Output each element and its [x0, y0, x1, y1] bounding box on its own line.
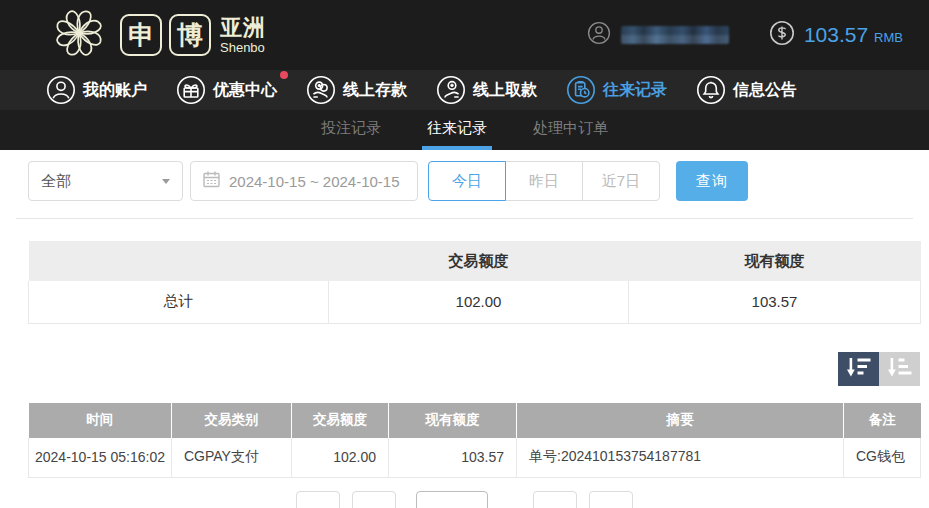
logo-region-cn: 亚洲	[220, 17, 266, 39]
nav-item-promotions[interactable]: 优惠中心	[176, 75, 277, 105]
sub-nav: 投注记录 往来记录 处理中订单	[0, 110, 929, 150]
topbar-account-area: 103.57 RMB	[587, 20, 903, 50]
type-filter-value: 全部	[41, 172, 71, 191]
pagination-last-button[interactable]	[589, 491, 633, 508]
record-summary: 单号:202410153754187781	[517, 438, 844, 478]
record-time: 2024-10-15 05:16:02	[29, 438, 172, 478]
pagination	[0, 491, 929, 508]
nav-label: 我的账户	[83, 80, 147, 101]
records-header-amount: 交易额度	[292, 403, 389, 438]
record-type: CGPAY支付	[172, 438, 292, 478]
type-filter-select[interactable]: 全部	[28, 161, 183, 201]
nav-label: 优惠中心	[213, 80, 277, 101]
records-table: 时间 交易类别 交易额度 现有额度 摘要 备注 2024-10-15 05:16…	[28, 403, 921, 479]
quick-range-yesterday-button[interactable]: 昨日	[505, 161, 583, 201]
summary-header-trade-amount: 交易额度	[329, 241, 629, 281]
records-header-note: 备注	[844, 403, 921, 438]
flower-logo-icon	[46, 4, 112, 66]
summary-total-row: 总计 102.00 103.57	[29, 281, 921, 323]
gift-icon	[176, 75, 206, 105]
sort-controls	[0, 352, 920, 386]
summary-table: 交易额度 现有额度 总计 102.00 103.57	[28, 241, 921, 324]
nav-label: 往来记录	[603, 80, 667, 101]
sort-ascending-button[interactable]	[879, 352, 920, 386]
withdraw-hand-coin-icon	[436, 75, 466, 105]
nav-label: 线上存款	[343, 80, 407, 101]
date-range-value: 2024-10-15 ~ 2024-10-15	[229, 173, 400, 190]
date-range-field[interactable]: 2024-10-15 ~ 2024-10-15	[190, 161, 418, 201]
nav-item-my-account[interactable]: 我的账户	[46, 75, 147, 105]
records-clipboard-clock-icon	[566, 75, 596, 105]
caret-down-icon	[162, 179, 170, 184]
summary-total-current-balance: 103.57	[629, 281, 921, 323]
records-header-time: 时间	[29, 403, 172, 438]
logo-region-en: Shenbo	[220, 41, 266, 54]
summary-header-current-balance: 现有额度	[629, 241, 921, 281]
tab-betting-records[interactable]: 投注记录	[316, 110, 386, 150]
sort-ascending-icon	[887, 357, 913, 381]
balance-amount: 103.57	[804, 23, 868, 47]
summary-header-row: 交易额度 现有额度	[29, 241, 921, 281]
quick-range-today-button[interactable]: 今日	[428, 161, 506, 201]
records-header-type: 交易类别	[172, 403, 292, 438]
brand-logo[interactable]: 申 博 亚洲 Shenbo	[46, 4, 266, 66]
bell-icon	[696, 75, 726, 105]
tab-transaction-records[interactable]: 往来记录	[422, 110, 492, 150]
nav-item-announcements[interactable]: 信息公告	[696, 75, 797, 105]
notification-badge-dot	[280, 71, 288, 79]
quick-range-button-group: 今日 昨日 近7日	[428, 161, 660, 201]
record-note: CG钱包	[844, 438, 921, 478]
logo-char-box-2: 博	[169, 14, 211, 56]
section-divider	[16, 218, 913, 219]
records-header-summary: 摘要	[517, 403, 844, 438]
user-circle-icon	[587, 21, 611, 49]
filter-row: 全部 2024-10-15 ~ 2024-10-15 今日 昨日 近7日 查询	[28, 161, 929, 201]
calendar-icon	[202, 170, 221, 193]
records-header-balance: 现有额度	[389, 403, 517, 438]
deposit-hand-coin-icon	[306, 75, 336, 105]
summary-total-label: 总计	[29, 281, 329, 323]
pagination-first-button[interactable]	[296, 491, 340, 508]
sort-descending-button[interactable]	[838, 352, 879, 386]
summary-header-empty	[29, 241, 329, 281]
nav-item-online-withdrawal[interactable]: 线上取款	[436, 75, 537, 105]
username-redacted[interactable]	[621, 26, 729, 44]
top-bar: 申 博 亚洲 Shenbo 103.57 RMB	[0, 0, 929, 70]
pagination-prev-button[interactable]	[352, 491, 396, 508]
table-row: 2024-10-15 05:16:02 CGPAY支付 102.00 103.5…	[29, 438, 921, 478]
dollar-circle-icon	[769, 20, 795, 50]
record-balance: 103.57	[389, 438, 517, 478]
main-nav: 我的账户 优惠中心 线上存款	[0, 70, 929, 110]
pagination-current-page[interactable]	[416, 491, 488, 508]
search-button[interactable]: 查询	[676, 161, 748, 201]
balance-currency: RMB	[874, 26, 903, 45]
nav-item-online-deposit[interactable]: 线上存款	[306, 75, 407, 105]
summary-total-trade-amount: 102.00	[329, 281, 629, 323]
records-header-row: 时间 交易类别 交易额度 现有额度 摘要 备注	[29, 403, 921, 438]
nav-label: 线上取款	[473, 80, 537, 101]
balance-display[interactable]: 103.57 RMB	[769, 20, 903, 50]
pagination-next-button[interactable]	[533, 491, 577, 508]
nav-label: 信息公告	[733, 80, 797, 101]
nav-item-transaction-records[interactable]: 往来记录	[566, 75, 667, 105]
tab-processing-orders[interactable]: 处理中订单	[528, 110, 613, 150]
logo-region: 亚洲 Shenbo	[220, 17, 266, 54]
sort-descending-icon	[846, 357, 872, 381]
quick-range-last7days-button[interactable]: 近7日	[582, 161, 660, 201]
record-amount: 102.00	[292, 438, 389, 478]
user-icon	[46, 75, 76, 105]
logo-char-box-1: 申	[120, 14, 162, 56]
